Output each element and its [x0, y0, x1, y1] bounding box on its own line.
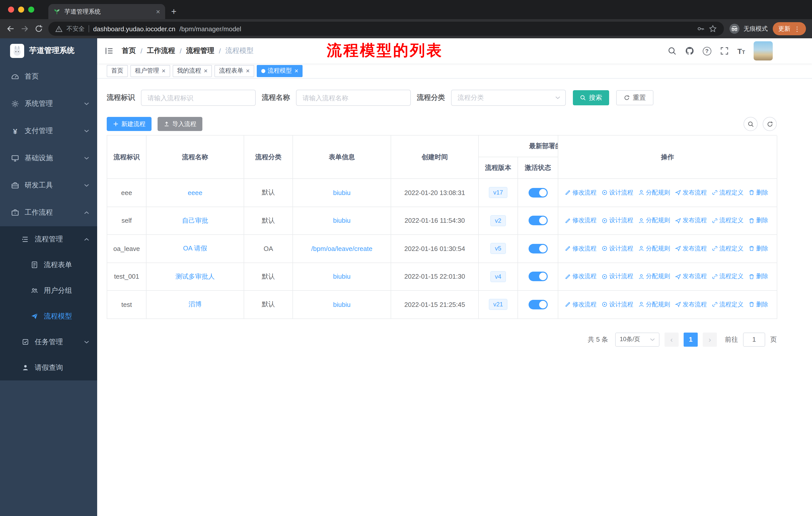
process-name-link[interactable]: eeee — [188, 189, 202, 196]
bookmark-star-icon[interactable] — [709, 25, 717, 33]
security-warning-icon[interactable] — [55, 25, 62, 32]
active-status-toggle[interactable] — [528, 188, 547, 197]
action-publish-process[interactable]: 发布流程 — [675, 300, 707, 309]
back-icon[interactable] — [6, 24, 15, 33]
process-name-link[interactable]: 自己审批 — [182, 216, 208, 225]
help-icon[interactable]: ? — [702, 47, 711, 55]
sidebar-item-payment[interactable]: ¥ 支付管理 — [0, 117, 97, 145]
address-bar[interactable]: 不安全 dashboard.yudao.iocoder.cn/bpm/manag… — [48, 22, 724, 36]
next-page-button[interactable]: › — [703, 332, 717, 347]
form-info-link[interactable]: biubiu — [333, 189, 350, 196]
close-icon[interactable]: × — [204, 67, 207, 74]
active-status-toggle[interactable] — [528, 300, 547, 309]
action-assign-rules[interactable]: 分配规则 — [638, 272, 670, 281]
action-publish-process[interactable]: 发布流程 — [675, 188, 707, 197]
action-delete[interactable]: 删除 — [749, 216, 768, 225]
security-label[interactable]: 不安全 — [66, 24, 85, 33]
tag-process-model[interactable]: 流程模型× — [257, 65, 303, 77]
tag-process-form[interactable]: 流程表单× — [214, 65, 254, 77]
action-design-process[interactable]: 设计流程 — [602, 216, 633, 225]
sidebar-item-task-management[interactable]: 任务管理 — [0, 329, 97, 355]
reset-button[interactable]: 重置 — [616, 90, 654, 105]
close-icon[interactable]: × — [162, 67, 165, 74]
form-info-link[interactable]: biubiu — [333, 273, 350, 280]
refresh-table-button[interactable] — [763, 117, 777, 131]
action-assign-rules[interactable]: 分配规则 — [638, 300, 670, 309]
forward-icon[interactable] — [20, 24, 29, 33]
sidebar-item-workflow[interactable]: 工作流程 — [0, 199, 97, 226]
active-status-toggle[interactable] — [528, 216, 547, 225]
goto-page-input[interactable] — [743, 332, 765, 347]
action-modify-process[interactable]: 修改流程 — [565, 300, 597, 309]
sidebar-item-devtools[interactable]: 研发工具 — [0, 172, 97, 199]
prev-page-button[interactable]: ‹ — [665, 332, 678, 347]
form-info-link[interactable]: /bpm/oa/leave/create — [311, 245, 373, 252]
form-info-link[interactable]: biubiu — [333, 301, 350, 308]
action-modify-process[interactable]: 修改流程 — [565, 188, 597, 197]
action-process-definition[interactable]: 流程定义 — [712, 244, 744, 253]
search-button[interactable]: 搜索 — [573, 90, 609, 105]
close-icon[interactable]: × — [246, 67, 250, 74]
action-delete[interactable]: 删除 — [749, 300, 768, 309]
sidebar-item-infrastructure[interactable]: 基础设施 — [0, 145, 97, 172]
sidebar-item-process-form[interactable]: 流程表单 — [0, 252, 97, 278]
minimize-window-button[interactable] — [18, 6, 24, 12]
browser-tab[interactable]: 芋道管理系统 × — [48, 4, 165, 19]
sidebar-item-process-model[interactable]: 流程模型 — [0, 303, 97, 329]
sidebar-item-system[interactable]: 系统管理 — [0, 90, 97, 117]
action-modify-process[interactable]: 修改流程 — [565, 272, 597, 281]
action-design-process[interactable]: 设计流程 — [602, 188, 633, 197]
font-size-icon[interactable]: TT — [737, 47, 745, 55]
action-process-definition[interactable]: 流程定义 — [712, 188, 744, 197]
close-window-button[interactable] — [8, 6, 14, 12]
sidebar-fold-icon[interactable] — [105, 46, 114, 55]
form-info-link[interactable]: biubiu — [333, 217, 350, 224]
close-icon[interactable]: × — [294, 67, 298, 74]
process-name-link[interactable]: 测试多审批人 — [175, 272, 215, 281]
create-process-button[interactable]: 新建流程 — [107, 117, 151, 131]
action-publish-process[interactable]: 发布流程 — [675, 244, 707, 253]
fullscreen-icon[interactable] — [720, 46, 729, 55]
action-publish-process[interactable]: 发布流程 — [675, 216, 707, 225]
action-assign-rules[interactable]: 分配规则 — [638, 244, 670, 253]
tag-my-process[interactable]: 我的流程× — [172, 65, 212, 77]
process-category-select[interactable]: 流程分类 — [451, 90, 566, 106]
action-process-definition[interactable]: 流程定义 — [712, 216, 744, 225]
browser-update-button[interactable]: 更新 ⋮ — [773, 22, 806, 35]
active-status-toggle[interactable] — [528, 244, 547, 253]
page-number-button[interactable]: 1 — [684, 332, 698, 347]
process-name-link[interactable]: OA 请假 — [183, 244, 207, 253]
action-publish-process[interactable]: 发布流程 — [675, 272, 707, 281]
process-name-input[interactable] — [296, 90, 410, 105]
action-modify-process[interactable]: 修改流程 — [565, 216, 597, 225]
password-key-icon[interactable] — [697, 25, 705, 33]
process-id-input[interactable] — [141, 90, 255, 105]
page-size-select[interactable]: 10条/页 — [615, 332, 660, 347]
toggle-search-button[interactable] — [744, 117, 758, 131]
zoom-window-button[interactable] — [28, 6, 34, 12]
tag-tenant-management[interactable]: 租户管理× — [130, 65, 170, 77]
sidebar-item-user-group[interactable]: 用户分组 — [0, 278, 97, 303]
sidebar-item-leave-query[interactable]: 请假查询 — [0, 355, 97, 380]
action-delete[interactable]: 删除 — [749, 244, 768, 253]
action-assign-rules[interactable]: 分配规则 — [638, 216, 670, 225]
breadcrumb-home[interactable]: 首页 — [122, 46, 136, 55]
tag-home[interactable]: 首页 — [107, 65, 128, 77]
process-name-link[interactable]: 滔博 — [188, 300, 202, 309]
action-design-process[interactable]: 设计流程 — [602, 244, 633, 253]
action-delete[interactable]: 删除 — [749, 188, 768, 197]
browser-menu-icon[interactable]: ⋮ — [794, 25, 801, 32]
tab-close-icon[interactable]: × — [156, 8, 160, 15]
sidebar-item-home[interactable]: 首页 — [0, 63, 97, 90]
import-process-button[interactable]: 导入流程 — [157, 117, 202, 131]
action-process-definition[interactable]: 流程定义 — [712, 300, 744, 309]
breadcrumb-workflow[interactable]: 工作流程 — [147, 46, 175, 55]
action-design-process[interactable]: 设计流程 — [602, 300, 633, 309]
new-tab-button[interactable]: + — [171, 7, 176, 16]
sidebar-item-process-management[interactable]: 流程管理 — [0, 226, 97, 252]
user-avatar[interactable] — [754, 41, 773, 60]
action-delete[interactable]: 删除 — [749, 272, 768, 281]
github-icon[interactable] — [685, 46, 694, 55]
action-design-process[interactable]: 设计流程 — [602, 272, 633, 281]
reload-icon[interactable] — [34, 24, 43, 33]
